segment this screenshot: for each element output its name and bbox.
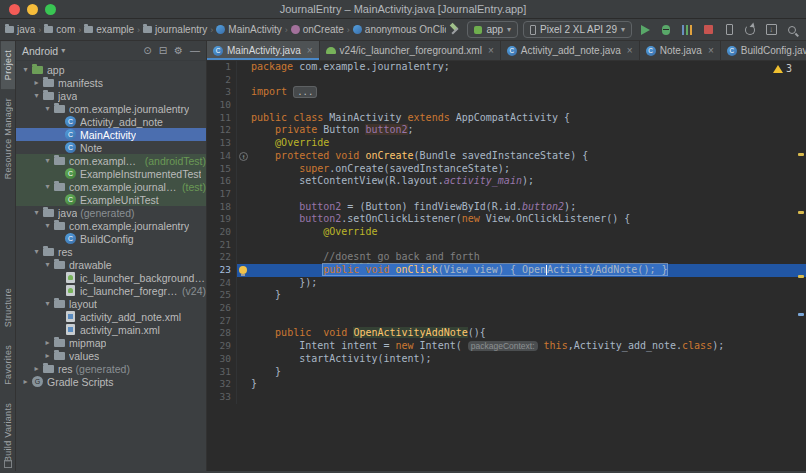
- override-marker-icon[interactable]: ↑: [237, 150, 251, 163]
- code-text[interactable]: }: [251, 289, 806, 302]
- sync-gradle-button[interactable]: [742, 22, 758, 38]
- breadcrumb-item-mainactivity[interactable]: MainActivity: [215, 24, 282, 35]
- editor-tab-v24-ic-launcher-foreground-xml[interactable]: v24/ic_launcher_foreground.xml×: [320, 41, 501, 60]
- editor-tab-activity-add-note-java[interactable]: CActivity_add_note.java×: [501, 41, 640, 60]
- profiler-button[interactable]: [679, 22, 695, 38]
- tree-item-com-example-journalentry[interactable]: ▾com.example.journalentry: [16, 102, 206, 115]
- run-button[interactable]: [637, 22, 653, 38]
- code-text[interactable]: button2.setOnClickListener(new View.OnCl…: [251, 213, 806, 226]
- code-text[interactable]: [251, 315, 806, 328]
- tree-item-ic-launcher-background-xml[interactable]: ic_launcher_background.xml: [16, 271, 206, 284]
- tree-item-activity-main-xml[interactable]: activity_main.xml: [16, 323, 206, 336]
- tree-item-mipmap[interactable]: ▸mipmap: [16, 336, 206, 349]
- tree-item-com-example-journalentry[interactable]: ▾com.example.journalentry: [16, 219, 206, 232]
- chevron-down-icon[interactable]: ▾: [42, 260, 53, 269]
- tool-window-button-favorites[interactable]: Favorites: [1, 336, 15, 394]
- tree-item-java[interactable]: ▾java: [16, 89, 206, 102]
- chevron-right-icon[interactable]: ▸: [31, 78, 42, 87]
- stop-button[interactable]: [700, 22, 716, 38]
- chevron-down-icon[interactable]: ▾: [42, 182, 53, 191]
- tool-window-button-structure[interactable]: Structure: [1, 279, 15, 336]
- breadcrumb-item-anonymous-onclicklistener[interactable]: anonymous OnClickListener: [352, 24, 447, 35]
- tree-item-exampleinstrumentedtest[interactable]: CExampleInstrumentedTest: [16, 167, 206, 180]
- chevron-right-icon[interactable]: ▸: [20, 377, 31, 386]
- warning-stripe-mark[interactable]: [798, 275, 804, 278]
- warning-stripe-mark[interactable]: [798, 153, 804, 156]
- tree-item-com-example-journalentry[interactable]: ▾com.example.journalentry(androidTest): [16, 154, 206, 167]
- close-window-button[interactable]: [9, 4, 20, 15]
- code-text[interactable]: [251, 99, 806, 112]
- build-button[interactable]: [446, 22, 462, 38]
- code-text[interactable]: button2 = (Button) findViewById(R.id.but…: [251, 201, 806, 214]
- close-icon[interactable]: ×: [708, 45, 714, 56]
- code-text[interactable]: package com.example.journalentry;: [251, 61, 806, 74]
- tree-item-drawable[interactable]: ▾drawable: [16, 258, 206, 271]
- sdk-manager-button[interactable]: ↓: [763, 22, 779, 38]
- code-text[interactable]: [251, 74, 806, 87]
- code-text[interactable]: private Button button2;: [251, 124, 806, 137]
- locate-file-icon[interactable]: ⊙: [141, 45, 153, 56]
- tree-item-res[interactable]: ▾res: [16, 245, 206, 258]
- avd-manager-button[interactable]: [721, 22, 737, 38]
- editor-tab-buildconfig-java[interactable]: CBuildConfig.java×: [721, 41, 806, 60]
- code-text[interactable]: public class MainActivity extends AppCom…: [251, 112, 806, 125]
- run-configuration-select[interactable]: app ▾: [467, 21, 518, 38]
- code-text[interactable]: super.onCreate(savedInstanceState);: [251, 163, 806, 176]
- debug-button[interactable]: [658, 22, 674, 38]
- tool-window-button-resource-manager[interactable]: Resource Manager: [1, 89, 15, 188]
- tree-item-manifests[interactable]: ▸manifests: [16, 76, 206, 89]
- code-text[interactable]: [251, 391, 806, 404]
- editor-tab-mainactivity-java[interactable]: CMainActivity.java×: [207, 41, 320, 60]
- code-text[interactable]: [251, 188, 806, 201]
- close-icon[interactable]: ×: [488, 45, 494, 56]
- minimize-window-button[interactable]: [27, 4, 38, 15]
- tree-item-values[interactable]: ▸values: [16, 349, 206, 362]
- chevron-down-icon[interactable]: ▾: [31, 91, 42, 100]
- breadcrumb-item-java[interactable]: java: [4, 24, 36, 35]
- warning-stripe-mark[interactable]: [798, 211, 804, 214]
- tree-item-ic-launcher-foreground-xml[interactable]: ic_launcher_foreground.xml(v24): [16, 284, 206, 297]
- code-text[interactable]: startActivity(intent);: [251, 353, 806, 366]
- code-text[interactable]: public void OpenActivityAddNote(){: [251, 327, 806, 340]
- caret-stripe-mark[interactable]: [798, 313, 804, 316]
- code-text[interactable]: Intent intent = new Intent( packageConte…: [251, 340, 806, 353]
- breadcrumb-item-oncreate[interactable]: onCreate: [290, 24, 345, 35]
- chevron-right-icon[interactable]: ▸: [31, 364, 42, 373]
- settings-gear-icon[interactable]: ⚙: [172, 45, 185, 56]
- project-view-mode-select[interactable]: Android ▾: [22, 45, 65, 57]
- chevron-down-icon[interactable]: ▾: [42, 104, 53, 113]
- chevron-right-icon[interactable]: ▸: [42, 351, 53, 360]
- editor-tab-note-java[interactable]: CNote.java×: [640, 41, 721, 60]
- tree-item-java[interactable]: ▾java(generated): [16, 206, 206, 219]
- tree-item-exampleunittest[interactable]: CExampleUnitTest: [16, 193, 206, 206]
- breadcrumb-item-example[interactable]: example: [83, 24, 135, 35]
- code-text[interactable]: }: [251, 366, 806, 379]
- chevron-right-icon[interactable]: ▸: [42, 338, 53, 347]
- code-text[interactable]: protected void onCreate(Bundle savedInst…: [251, 150, 806, 163]
- code-text[interactable]: [251, 239, 806, 252]
- code-text[interactable]: }: [251, 378, 806, 391]
- code-text[interactable]: @Override: [251, 226, 806, 239]
- chevron-down-icon[interactable]: ▾: [42, 221, 53, 230]
- tool-window-switcher-icon[interactable]: [4, 460, 12, 468]
- error-stripe[interactable]: [796, 61, 806, 471]
- chevron-down-icon[interactable]: ▾: [31, 208, 42, 217]
- chevron-down-icon[interactable]: ▾: [42, 156, 53, 165]
- chevron-down-icon[interactable]: ▾: [20, 65, 31, 74]
- breadcrumb-item-journalentry[interactable]: journalentry: [142, 24, 208, 35]
- tree-item-res[interactable]: ▸res(generated): [16, 362, 206, 375]
- tree-item-mainactivity[interactable]: CMainActivity: [16, 128, 206, 141]
- tree-item-buildconfig[interactable]: CBuildConfig: [16, 232, 206, 245]
- zoom-window-button[interactable]: [45, 4, 56, 15]
- chevron-down-icon[interactable]: ▾: [31, 247, 42, 256]
- code-text[interactable]: public void onClick(View view) { OpenAct…: [251, 264, 806, 277]
- code-editor[interactable]: 1package com.example.journalentry;23impo…: [207, 61, 806, 471]
- hide-panel-icon[interactable]: —: [188, 45, 202, 56]
- tree-item-activity-add-note[interactable]: CActivity_add_note: [16, 115, 206, 128]
- chevron-down-icon[interactable]: ▾: [42, 299, 53, 308]
- device-select[interactable]: Pixel 2 XL API 29 ▾: [523, 21, 632, 38]
- search-everywhere-button[interactable]: [784, 22, 800, 38]
- tree-item-layout[interactable]: ▾layout: [16, 297, 206, 310]
- close-icon[interactable]: ×: [307, 45, 313, 56]
- code-text[interactable]: setContentView(R.layout.activity_main);: [251, 175, 806, 188]
